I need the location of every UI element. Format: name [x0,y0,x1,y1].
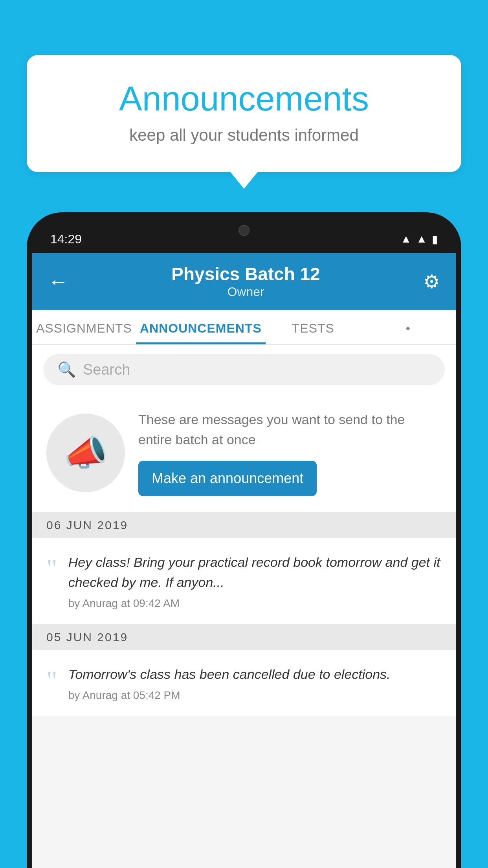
promo-description: These are messages you want to send to t… [138,410,442,450]
battery-icon: ▮ [432,233,438,246]
back-button[interactable]: ← [48,270,68,293]
phone-frame: 14:29 ▲ ▲ ▮ ← Physics Batch 12 Owner ⚙ [27,212,461,868]
announcement-text-1: Hey class! Bring your practical record b… [68,552,442,592]
signal-icon: ▲ [416,233,427,245]
wifi-icon: ▲ [401,233,412,245]
speech-bubble-container: Announcements keep all your students inf… [27,55,461,172]
bubble-subtitle: keep all your students informed [58,126,430,145]
search-placeholder: Search [83,361,130,378]
announcement-item-1[interactable]: " Hey class! Bring your practical record… [32,538,456,624]
promo-right: These are messages you want to send to t… [138,410,442,496]
announcement-content-2: Tomorrow's class has been cancelled due … [68,664,442,702]
date-separator-1: 06 JUN 2019 [32,512,456,538]
search-container: 🔍 Search [32,345,456,394]
batch-title: Physics Batch 12 [68,263,423,285]
app-screen: ← Physics Batch 12 Owner ⚙ ASSIGNMENTS A… [32,253,456,868]
quote-icon-2: " [46,667,57,693]
front-camera [238,225,250,236]
announcement-content-1: Hey class! Bring your practical record b… [68,552,442,610]
search-icon: 🔍 [57,361,76,378]
search-bar[interactable]: 🔍 Search [43,354,445,385]
announcement-text-2: Tomorrow's class has been cancelled due … [68,664,442,684]
bubble-title: Announcements [58,79,430,119]
date-separator-2: 05 JUN 2019 [32,624,456,650]
make-announcement-button[interactable]: Make an announcement [138,461,317,496]
quote-icon-1: " [46,555,57,581]
phone-inner: 14:29 ▲ ▲ ▮ ← Physics Batch 12 Owner ⚙ [32,218,456,868]
notch [201,218,287,245]
announcement-item-2[interactable]: " Tomorrow's class has been cancelled du… [32,650,456,716]
megaphone-icon: 📣 [64,432,108,474]
status-bar: 14:29 ▲ ▲ ▮ [32,218,456,253]
status-time: 14:29 [50,232,82,246]
header-center: Physics Batch 12 Owner [68,263,423,299]
tab-more[interactable]: • [361,310,456,344]
settings-button[interactable]: ⚙ [423,270,440,292]
speech-bubble: Announcements keep all your students inf… [27,55,461,172]
tab-announcements[interactable]: ANNOUNCEMENTS [136,310,266,344]
tab-tests[interactable]: TESTS [266,310,361,344]
promo-card: 📣 These are messages you want to send to… [32,394,456,512]
announcement-meta-2: by Anurag at 05:42 PM [68,689,442,702]
batch-role: Owner [68,285,423,299]
app-header: ← Physics Batch 12 Owner ⚙ [32,253,456,310]
tabs-bar: ASSIGNMENTS ANNOUNCEMENTS TESTS • [32,310,456,345]
announcement-meta-1: by Anurag at 09:42 AM [68,597,442,610]
tab-assignments[interactable]: ASSIGNMENTS [32,310,136,344]
status-icons: ▲ ▲ ▮ [401,233,438,246]
megaphone-circle: 📣 [46,414,125,492]
